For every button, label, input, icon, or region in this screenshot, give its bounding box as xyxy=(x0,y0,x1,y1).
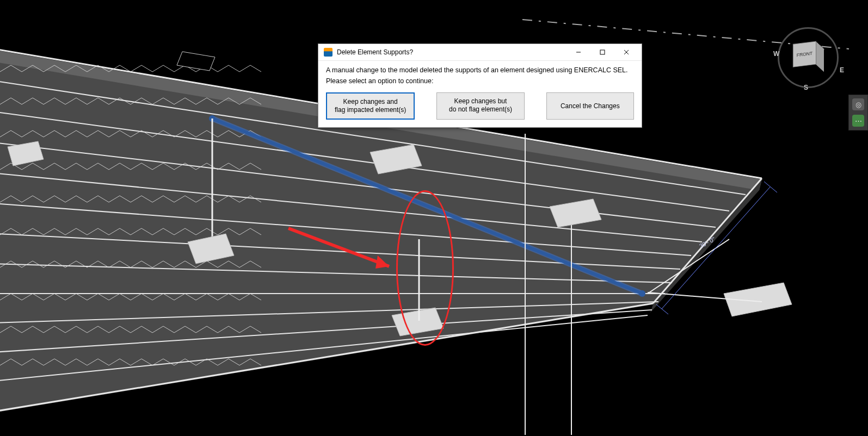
dialog-message-2: Please select an option to continue: xyxy=(326,77,634,85)
navigation-bar: ◎ ⋯ xyxy=(848,95,868,130)
wheel-icon[interactable]: ◎ xyxy=(852,98,864,110)
maximize-button[interactable] xyxy=(590,45,614,60)
minimize-button[interactable] xyxy=(567,45,590,60)
dialog-message-1: A manual change to the model deleted the… xyxy=(326,66,634,74)
close-button[interactable] xyxy=(614,45,638,60)
svg-marker-35 xyxy=(177,52,215,71)
cancel-button[interactable]: Cancel the Changes xyxy=(546,92,634,120)
keep-and-flag-button[interactable]: Keep changes and flag impacted element(s… xyxy=(326,92,415,120)
options-icon[interactable]: ⋯ xyxy=(852,115,864,127)
keep-no-flag-button[interactable]: Keep changes but do not flag element(s) xyxy=(436,92,524,120)
compass-w: W xyxy=(773,50,779,58)
svg-line-38 xyxy=(656,304,668,314)
delete-supports-dialog: Delete Element Supports? A manual change… xyxy=(318,43,642,128)
annotation-circle xyxy=(396,190,454,346)
viewcube-front[interactable]: FRONT xyxy=(793,41,816,67)
compass-e: E xyxy=(840,66,844,74)
svg-line-37 xyxy=(764,182,777,192)
svg-rect-43 xyxy=(600,50,605,54)
compass-s: S xyxy=(804,84,808,91)
enercalc-icon xyxy=(324,48,333,57)
dialog-title: Delete Element Supports? xyxy=(337,48,567,56)
dialog-titlebar[interactable]: Delete Element Supports? xyxy=(318,44,642,61)
svg-point-20 xyxy=(639,290,645,297)
viewcube[interactable]: FRONT TOP W E S xyxy=(789,38,828,77)
